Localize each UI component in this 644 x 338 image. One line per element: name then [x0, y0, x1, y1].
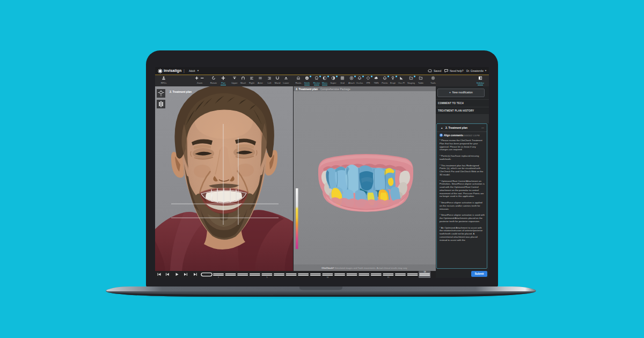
svg-text:ClinCheck® Simulated images an: ClinCheck® Simulated images and Tooth mo… — [321, 267, 407, 269]
svg-text:15: 15 — [387, 276, 389, 278]
svg-text:1: 1 — [218, 276, 219, 278]
svg-text:5: 5 — [266, 276, 267, 278]
svg-text:18: 18 — [424, 271, 426, 273]
svg-text:Comprehensive Package: Comprehensive Package — [320, 87, 350, 91]
svg-text:10: 10 — [326, 276, 328, 278]
svg-text:2. Treatment plan: 2. Treatment plan — [170, 90, 192, 93]
svg-text:2. Treatment plan: 2. Treatment plan — [296, 87, 318, 91]
